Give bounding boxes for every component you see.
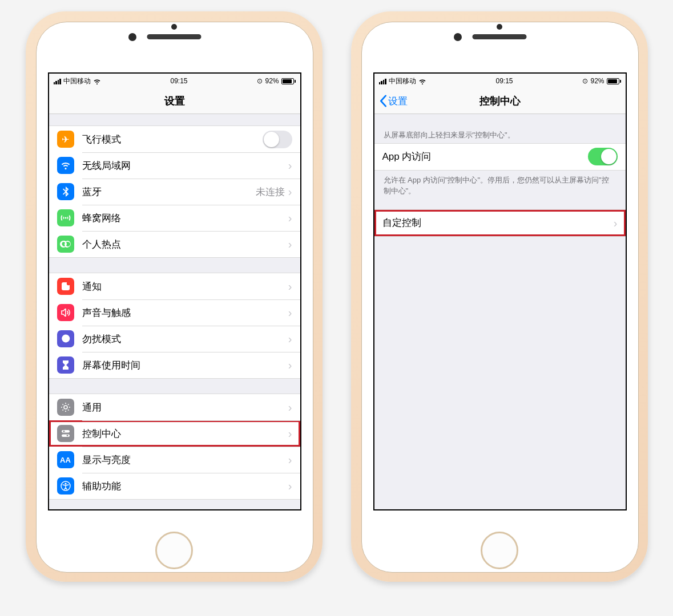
row-cellular[interactable]: 蜂窝网络 › — [49, 205, 300, 231]
status-bar: 中国移动 09:15 ⊙ 92% — [49, 74, 300, 88]
chevron-right-icon: › — [288, 428, 292, 439]
row-label: 辅助功能 — [82, 480, 288, 493]
chevron-right-icon: › — [288, 359, 292, 371]
sensor-dot — [171, 24, 177, 30]
airplane-icon: ✈ — [57, 131, 74, 148]
section-customize: 自定控制 › — [374, 209, 626, 237]
control-center-icon — [57, 425, 74, 442]
back-button[interactable]: 设置 — [379, 95, 408, 108]
sounds-icon — [57, 304, 74, 321]
in-app-access-toggle[interactable] — [588, 148, 618, 165]
row-airplane-mode[interactable]: ✈ 飞行模式 — [49, 126, 300, 152]
row-label: 屏幕使用时间 — [82, 359, 288, 372]
hotspot-icon — [57, 236, 74, 253]
row-customize-controls[interactable]: 自定控制 › — [374, 210, 626, 236]
row-wifi[interactable]: 无线局域网 › — [49, 152, 300, 179]
front-camera — [454, 33, 462, 41]
svg-point-1 — [66, 282, 70, 285]
row-label: 蓝牙 — [82, 185, 256, 198]
rotation-lock-icon: ⊙ — [257, 77, 263, 85]
home-button[interactable] — [481, 532, 518, 569]
chevron-right-icon: › — [288, 160, 292, 171]
row-label: 声音与触感 — [82, 306, 288, 319]
clock-label: 09:15 — [495, 77, 513, 85]
svg-point-8 — [65, 483, 66, 484]
chevron-right-icon: › — [288, 307, 292, 318]
chevron-left-icon — [379, 95, 387, 107]
section-header-text: 从屏幕底部向上轻扫来显示"控制中心"。 — [374, 114, 626, 143]
row-general[interactable]: 通用 › — [49, 394, 300, 420]
airplane-toggle[interactable] — [263, 131, 292, 148]
battery-pct-label: 92% — [590, 77, 604, 85]
control-center-settings[interactable]: 从屏幕底部向上轻扫来显示"控制中心"。 App 内访问 允许在 App 内访问"… — [374, 114, 626, 509]
svg-rect-3 — [62, 430, 70, 433]
row-label: 飞行模式 — [82, 133, 263, 146]
phone-frame-left: 中国移动 09:15 ⊙ 92% 设置 — [26, 11, 323, 582]
chevron-right-icon: › — [288, 454, 292, 465]
clock-label: 09:15 — [170, 77, 187, 85]
chevron-right-icon: › — [288, 402, 292, 413]
row-label: App 内访问 — [382, 150, 588, 163]
chevron-right-icon: › — [288, 480, 292, 492]
row-control-center[interactable]: 控制中心 › — [49, 420, 300, 447]
battery-icon — [607, 78, 621, 84]
row-label: 控制中心 — [82, 427, 288, 440]
row-label: 通用 — [82, 401, 288, 414]
section-general: 通用 › 控制中心 › AA 显示与亮度 › — [49, 394, 300, 500]
phone-bezel: 中国移动 09:15 ⊙ 92% 设置 — [36, 22, 313, 573]
chevron-right-icon: › — [288, 281, 292, 292]
row-label: 显示与亮度 — [82, 453, 288, 467]
nav-bar: 设置 — [49, 88, 300, 114]
row-accessibility[interactable]: 辅助功能 › — [49, 473, 300, 499]
row-notifications[interactable]: 通知 › — [49, 273, 300, 299]
section-connectivity: ✈ 飞行模式 无线局域网 › — [49, 125, 300, 258]
home-button[interactable] — [155, 532, 193, 569]
display-icon: AA — [57, 451, 74, 468]
chevron-right-icon: › — [288, 333, 292, 345]
carrier-label: 中国移动 — [63, 76, 91, 86]
row-screen-time[interactable]: 屏幕使用时间 › — [49, 352, 300, 378]
row-do-not-disturb[interactable]: 勿扰模式 › — [49, 326, 300, 352]
row-in-app-access[interactable]: App 内访问 — [374, 144, 626, 170]
signal-icon — [54, 78, 61, 84]
carrier-label: 中国移动 — [389, 76, 416, 86]
battery-pct-label: 92% — [265, 77, 279, 85]
battery-icon — [281, 78, 296, 84]
cellular-icon — [57, 209, 74, 226]
chevron-right-icon: › — [288, 186, 292, 197]
section-in-app-access: App 内访问 — [374, 143, 626, 171]
back-label: 设置 — [388, 95, 408, 108]
row-bluetooth[interactable]: 蓝牙 未连接 › — [49, 179, 300, 205]
screen-right: 中国移动 09:15 ⊙ 92% 设置 — [373, 72, 627, 510]
general-icon — [57, 399, 74, 416]
page-title: 控制中心 — [479, 94, 521, 108]
settings-list[interactable]: ✈ 飞行模式 无线局域网 › — [49, 114, 300, 509]
row-label: 自定控制 — [382, 216, 614, 229]
row-label: 蜂窝网络 — [82, 212, 288, 225]
screen-left: 中国移动 09:15 ⊙ 92% 设置 — [48, 72, 301, 510]
row-sounds[interactable]: 声音与触感 › — [49, 299, 300, 326]
wifi-settings-icon — [57, 157, 74, 174]
notifications-icon — [57, 278, 74, 295]
chevron-right-icon: › — [288, 238, 292, 250]
svg-rect-5 — [62, 435, 70, 437]
nav-bar: 设置 控制中心 — [374, 88, 626, 114]
phone-bezel: 中国移动 09:15 ⊙ 92% 设置 — [361, 22, 639, 573]
chevron-right-icon: › — [614, 217, 618, 229]
rotation-lock-icon: ⊙ — [582, 77, 588, 85]
phone-frame-right: 中国移动 09:15 ⊙ 92% 设置 — [351, 11, 648, 582]
chevron-right-icon: › — [288, 212, 292, 224]
speaker-grille — [147, 34, 201, 39]
section-notifications: 通知 › 声音与触感 › 勿扰模式 — [49, 273, 300, 379]
section-footer-text: 允许在 App 内访问"控制中心"。停用后，您仍然可以从主屏幕访问"控制中心"。 — [374, 171, 626, 199]
row-display-brightness[interactable]: AA 显示与亮度 › — [49, 447, 300, 473]
row-label: 无线局域网 — [82, 159, 288, 172]
screen-time-icon — [57, 356, 74, 374]
sensor-dot — [497, 24, 502, 30]
row-label: 通知 — [82, 280, 288, 293]
bluetooth-status: 未连接 — [256, 185, 285, 198]
bluetooth-icon — [57, 183, 74, 200]
row-personal-hotspot[interactable]: 个人热点 › — [49, 231, 300, 257]
svg-point-6 — [66, 435, 68, 436]
accessibility-icon — [57, 477, 74, 495]
